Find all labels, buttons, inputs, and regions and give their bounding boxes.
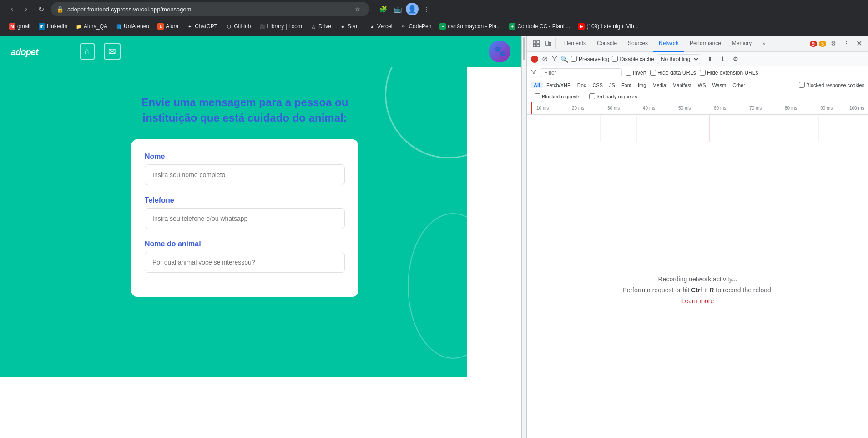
bookmark-codepen[interactable]: ✏ CodePen (397, 21, 435, 31)
search-button[interactable]: 🔍 (560, 56, 568, 63)
refresh-button[interactable]: ↻ (35, 3, 47, 15)
filter-input[interactable] (540, 68, 622, 77)
cast-button[interactable]: 📺 (391, 3, 404, 15)
type-filter-other[interactable]: Other (730, 82, 748, 88)
filter-toggle-button[interactable] (551, 55, 558, 63)
devtools-inspect-button[interactable] (531, 38, 542, 49)
back-button[interactable]: ‹ (5, 3, 18, 15)
bookmark-github[interactable]: ⬡ GitHub (222, 21, 254, 31)
tab-console[interactable]: Console (591, 36, 622, 52)
page-scrollbar[interactable] (521, 36, 527, 438)
hide-ext-urls-checkbox[interactable] (700, 70, 706, 76)
bookmark-youtube[interactable]: ▶ (109) Late night Vib... (575, 21, 642, 31)
type-filter-media[interactable]: Media (650, 82, 669, 88)
preserve-log-checkbox-label: Preserve log (571, 56, 609, 62)
devtools-device-button[interactable] (543, 38, 554, 49)
record-button[interactable] (531, 56, 538, 63)
bookmark-alura[interactable]: a Alura (154, 21, 182, 31)
type-filter-fetch-xhr[interactable]: Fetch/XHR (544, 82, 574, 88)
bookmark-github-label: GitHub (234, 23, 251, 30)
type-filter-img[interactable]: Img (635, 82, 649, 88)
lock-icon: 🔒 (56, 6, 64, 13)
disable-cache-checkbox[interactable] (612, 56, 618, 62)
blocked-response-checkbox[interactable] (799, 82, 805, 88)
messages-nav-icon[interactable]: ✉ (104, 43, 121, 60)
type-filter-css[interactable]: CSS (590, 82, 606, 88)
export-button[interactable]: ⬇ (717, 54, 728, 65)
bookmark-star-button[interactable]: ☆ (351, 3, 364, 15)
throttle-select[interactable]: No throttling (657, 54, 700, 64)
profile-extensions-button[interactable]: 🧩 (377, 3, 389, 15)
type-filter-wasm[interactable]: Wasm (710, 82, 729, 88)
type-filters: All Fetch/XHR Doc CSS JS Font Img Media … (527, 79, 868, 91)
devtools-settings-button[interactable]: ⚙ (828, 38, 839, 49)
bookmark-linkedin[interactable]: in LinkedIn (35, 21, 71, 31)
bookmark-drive-label: Drive (318, 23, 331, 30)
tab-elements[interactable]: Elements (558, 36, 591, 52)
profile-avatar[interactable]: 👤 (406, 3, 419, 15)
devtools-close-button[interactable]: ✕ (853, 38, 864, 49)
bookmark-uniateneu[interactable]: 📘 UniAteneu (112, 21, 153, 31)
website-content: adopet ⌂ ✉ 🐾 Envie uma mensagem para a p… (0, 36, 521, 438)
nome-animal-label: Nome do animal (145, 240, 345, 248)
browser-menu-button[interactable]: ⋮ (420, 3, 433, 15)
scrollbar-thumb[interactable] (523, 37, 525, 60)
tab-more[interactable]: » (757, 36, 771, 52)
timeline-bar: 10 ms 20 ms 30 ms 40 ms 50 ms 60 ms 70 m… (527, 102, 868, 115)
import-button[interactable]: ⬆ (705, 54, 716, 65)
vercel-favicon: ▲ (369, 23, 375, 30)
nome-animal-input[interactable] (145, 252, 345, 273)
tab-sources[interactable]: Sources (622, 36, 653, 52)
cartao-favicon: + (439, 23, 446, 30)
address-bar[interactable]: 🔒 adopet-frontend-cypress.vercel.app/men… (51, 2, 369, 16)
learn-more-link[interactable]: Learn more (681, 297, 714, 305)
bookmark-cartao[interactable]: + cartão maycon - Pla... (436, 21, 505, 31)
type-filter-manifest[interactable]: Manifest (670, 82, 694, 88)
bookmark-chatgpt-label: ChatGPT (195, 23, 217, 30)
bookmark-controle[interactable]: + Controle CC - Planil... (505, 21, 574, 31)
bookmark-chatgpt[interactable]: ✦ ChatGPT (183, 21, 221, 31)
tab-memory[interactable]: Memory (727, 36, 757, 52)
bookmark-vercel[interactable]: ▲ Vercel (365, 21, 396, 31)
bookmark-alura-qa[interactable]: 📁 Alura_QA (72, 21, 111, 31)
clear-button[interactable]: ⊘ (541, 54, 549, 64)
timeline-grid (527, 115, 868, 142)
timeline-label-90ms: 90 ms (820, 106, 833, 111)
devtools-panel: Elements Console Sources Network Perform… (527, 36, 868, 438)
bookmark-youtube-label: (109) Late night Vib... (586, 23, 639, 30)
devtools-tabs: Elements Console Sources Network Perform… (558, 36, 810, 52)
main-area: adopet ⌂ ✉ 🐾 Envie uma mensagem para a p… (0, 36, 868, 438)
type-filter-all[interactable]: All (531, 82, 543, 88)
site-header: adopet ⌂ ✉ 🐾 (0, 36, 521, 67)
home-nav-icon[interactable]: ⌂ (80, 43, 95, 60)
tab-network[interactable]: Network (653, 36, 684, 52)
bookmark-gmail[interactable]: M gmail (5, 21, 34, 31)
type-filter-js[interactable]: JS (606, 82, 618, 88)
timeline-label-30ms: 30 ms (607, 106, 620, 111)
blocked-requests-checkbox[interactable] (535, 93, 540, 99)
bookmark-drive[interactable]: △ Drive (307, 21, 335, 31)
invert-label: Invert (633, 70, 646, 76)
settings-network-button[interactable]: ⚙ (730, 54, 741, 65)
preserve-log-checkbox[interactable] (571, 56, 577, 62)
preserve-log-label: Preserve log (579, 56, 609, 62)
invert-checkbox[interactable] (626, 70, 631, 76)
third-party-checkbox[interactable] (589, 93, 595, 99)
bookmark-star-plus[interactable]: ★ Star+ (336, 21, 364, 31)
tab-performance[interactable]: Performance (684, 36, 727, 52)
user-avatar[interactable]: 🐾 (489, 41, 510, 62)
telefone-input[interactable] (145, 208, 345, 229)
type-filter-ws[interactable]: WS (695, 82, 709, 88)
hide-data-urls-checkbox[interactable] (650, 70, 656, 76)
devtools-header: Elements Console Sources Network Perform… (527, 36, 868, 52)
blocked-requests-text: Blocked requests (542, 94, 580, 99)
devtools-more-button[interactable]: ⋮ (841, 38, 852, 49)
type-filter-doc[interactable]: Doc (575, 82, 589, 88)
forward-button[interactable]: › (20, 3, 33, 15)
type-filter-font[interactable]: Font (619, 82, 634, 88)
address-bar-icons: ☆ (351, 3, 364, 15)
site-logo: adopet (11, 45, 38, 58)
browser-chrome: ‹ › ↻ 🔒 adopet-frontend-cypress.vercel.a… (0, 0, 868, 36)
nome-input[interactable] (145, 164, 345, 185)
bookmark-library-loom[interactable]: 🎥 Library | Loom (256, 21, 306, 31)
